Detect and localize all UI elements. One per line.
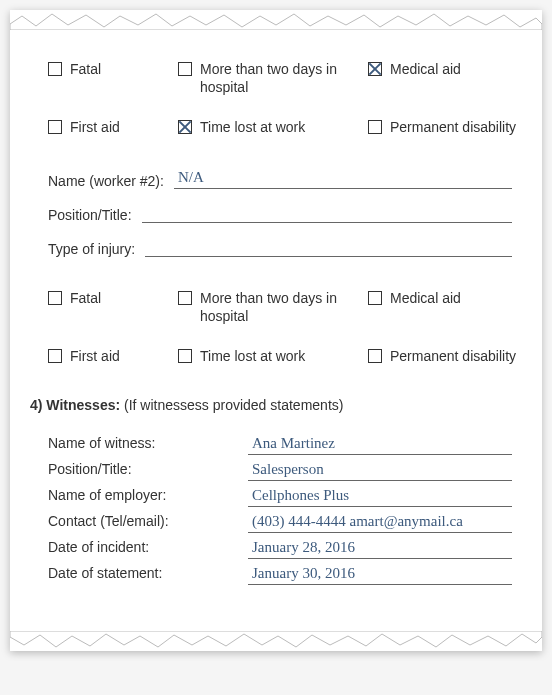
check-first-aid[interactable]: First aid <box>48 347 178 365</box>
witness-contact-value[interactable]: (403) 444-4444 amart@anymail.ca <box>248 513 512 533</box>
worker2-name-label: Name (worker #2): <box>48 173 164 189</box>
witness-employer-row: Name of employer: Cellphones Plus <box>48 487 522 507</box>
check-label: Time lost at work <box>200 118 305 136</box>
witness-incident-label: Date of incident: <box>48 539 238 555</box>
check-permanent-disability[interactable]: Permanent disability <box>368 347 522 365</box>
witness-name-value[interactable]: Ana Martinez <box>248 435 512 455</box>
witness-incident-row: Date of incident: January 28, 2016 <box>48 539 522 559</box>
witness-statement-row: Date of statement: January 30, 2016 <box>48 565 522 585</box>
check-label: Fatal <box>70 289 101 307</box>
witness-position-value[interactable]: Salesperson <box>248 461 512 481</box>
worker2-check-row-2: First aid Time lost at work Permanent di… <box>30 347 522 365</box>
witness-statement-label: Date of statement: <box>48 565 238 581</box>
worker2-name-row: Name (worker #2): N/A <box>30 169 522 189</box>
check-label: More than two days in hospital <box>200 60 368 96</box>
torn-edge-bottom <box>10 631 542 651</box>
witness-contact-row: Contact (Tel/email): (403) 444-4444 amar… <box>48 513 522 533</box>
witness-employer-label: Name of employer: <box>48 487 238 503</box>
section-4-desc: (If witnessess provided statements) <box>120 397 343 413</box>
worker2-position-value[interactable] <box>142 203 512 223</box>
section-4-heading: 4) Witnesses: (If witnessess provided st… <box>30 397 522 413</box>
worker1-check-row-2: First aid Time lost at work Permanent di… <box>30 118 522 136</box>
check-fatal[interactable]: Fatal <box>48 60 178 96</box>
witness-employer-value[interactable]: Cellphones Plus <box>248 487 512 507</box>
checkbox-icon <box>48 120 62 134</box>
check-label: Permanent disability <box>390 118 516 136</box>
check-time-lost[interactable]: Time lost at work <box>178 118 368 136</box>
check-permanent-disability[interactable]: Permanent disability <box>368 118 522 136</box>
check-time-lost[interactable]: Time lost at work <box>178 347 368 365</box>
worker2-position-label: Position/Title: <box>48 207 132 223</box>
worker1-check-row-1: Fatal More than two days in hospital Med… <box>30 60 522 96</box>
check-first-aid[interactable]: First aid <box>48 118 178 136</box>
check-label: Time lost at work <box>200 347 305 365</box>
witness-name-label: Name of witness: <box>48 435 238 451</box>
check-hospital[interactable]: More than two days in hospital <box>178 60 368 96</box>
witness-name-row: Name of witness: Ana Martinez <box>48 435 522 455</box>
check-label: First aid <box>70 347 120 365</box>
worker2-injury-value[interactable] <box>145 237 512 257</box>
worker2-injury-row: Type of injury: <box>30 237 522 257</box>
check-label: Permanent disability <box>390 347 516 365</box>
checkbox-icon <box>368 120 382 134</box>
witness-statement-value[interactable]: January 30, 2016 <box>248 565 512 585</box>
checkbox-icon <box>48 291 62 305</box>
checkbox-icon <box>48 62 62 76</box>
worker2-name-value[interactable]: N/A <box>174 169 512 189</box>
checkbox-icon <box>178 291 192 305</box>
checkbox-icon <box>178 349 192 363</box>
witness-incident-value[interactable]: January 28, 2016 <box>248 539 512 559</box>
check-label: Medical aid <box>390 289 461 307</box>
check-medical-aid[interactable]: Medical aid <box>368 289 522 325</box>
torn-edge-top <box>10 10 542 30</box>
section-4-title: 4) Witnesses: <box>30 397 120 413</box>
worker2-injury-label: Type of injury: <box>48 241 135 257</box>
check-label: More than two days in hospital <box>200 289 368 325</box>
checkbox-icon <box>368 349 382 363</box>
checkbox-icon <box>178 120 192 134</box>
witness-position-label: Position/Title: <box>48 461 238 477</box>
worker2-check-row-1: Fatal More than two days in hospital Med… <box>30 289 522 325</box>
checkbox-icon <box>48 349 62 363</box>
form-content: Fatal More than two days in hospital Med… <box>10 30 542 631</box>
check-fatal[interactable]: Fatal <box>48 289 178 325</box>
checkbox-icon <box>368 62 382 76</box>
check-medical-aid[interactable]: Medical aid <box>368 60 522 96</box>
form-page: Fatal More than two days in hospital Med… <box>10 10 542 651</box>
checkbox-icon <box>368 291 382 305</box>
check-label: First aid <box>70 118 120 136</box>
check-hospital[interactable]: More than two days in hospital <box>178 289 368 325</box>
witness-block: Name of witness: Ana Martinez Position/T… <box>30 435 522 585</box>
checkbox-icon <box>178 62 192 76</box>
worker2-position-row: Position/Title: <box>30 203 522 223</box>
check-label: Fatal <box>70 60 101 78</box>
check-label: Medical aid <box>390 60 461 78</box>
witness-contact-label: Contact (Tel/email): <box>48 513 238 529</box>
witness-position-row: Position/Title: Salesperson <box>48 461 522 481</box>
